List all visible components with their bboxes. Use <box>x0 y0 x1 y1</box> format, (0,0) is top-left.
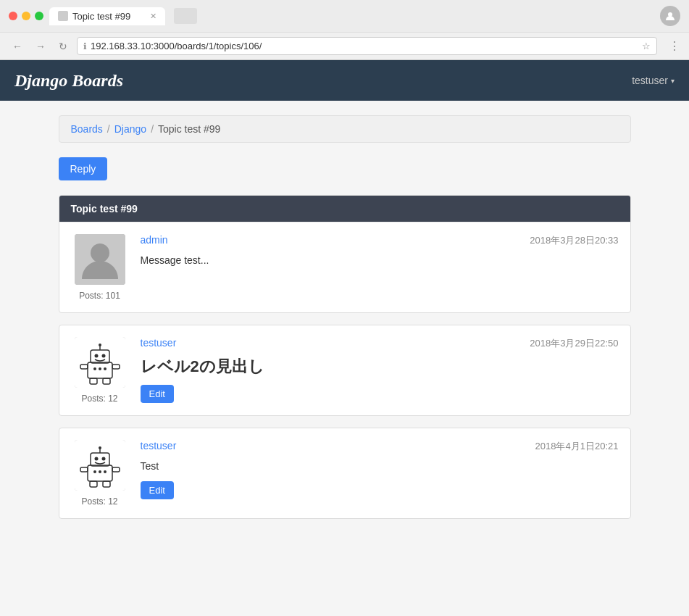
post-meta-1: testuser 2018年3月29日22:50 <box>141 337 619 350</box>
svg-point-29 <box>99 470 101 473</box>
svg-point-9 <box>99 344 101 346</box>
breadcrumb-boards[interactable]: Boards <box>71 123 103 135</box>
breadcrumb: Boards / Django / Topic test #99 <box>71 123 619 135</box>
bookmark-icon[interactable]: ☆ <box>642 41 651 51</box>
tab-close-icon[interactable]: ✕ <box>150 12 156 21</box>
avatar-image-0 <box>75 234 125 285</box>
post-count-0: Posts: 101 <box>79 291 120 301</box>
brand-logo[interactable]: Django Boards <box>14 71 123 91</box>
navbar-username: testuser <box>632 75 668 86</box>
avatar-image-2 <box>75 440 125 491</box>
post-count-2: Posts: 12 <box>81 496 117 507</box>
post-meta-0: admin 2018年3月28日20:33 <box>141 234 619 247</box>
post-body-0: admin 2018年3月28日20:33 Message test... <box>141 234 619 301</box>
app-navbar: Django Boards testuser ▾ <box>0 60 689 101</box>
post-avatar-0: Posts: 101 <box>71 234 129 301</box>
svg-point-6 <box>94 354 98 358</box>
back-button[interactable]: ← <box>9 39 26 54</box>
post-count-1: Posts: 12 <box>81 394 117 404</box>
avatar-image-1 <box>75 337 125 388</box>
breadcrumb-bar: Boards / Django / Topic test #99 <box>59 115 631 143</box>
svg-point-7 <box>101 354 105 358</box>
svg-point-23 <box>99 446 101 449</box>
info-icon: ℹ <box>83 41 87 51</box>
topic-header: Topic test #99 <box>59 196 630 222</box>
svg-point-21 <box>101 457 105 461</box>
post-date-1: 2018年3月29日22:50 <box>530 337 618 350</box>
svg-point-15 <box>99 367 101 370</box>
svg-point-20 <box>94 457 98 461</box>
post-2: Posts: 12 testuser 2018年4月1日20:21 Test E… <box>59 428 630 518</box>
post-content-1: レベル2の見出し <box>141 356 619 378</box>
post-body-1: testuser 2018年3月29日22:50 レベル2の見出し Edit <box>141 337 619 404</box>
breadcrumb-sep-1: / <box>107 123 110 135</box>
post-avatar-2: Posts: 12 <box>71 440 129 507</box>
reload-button[interactable]: ↻ <box>55 39 71 54</box>
svg-point-28 <box>93 470 96 473</box>
breadcrumb-django[interactable]: Django <box>114 123 146 135</box>
browser-titlebar: Topic test #99 ✕ <box>0 0 689 32</box>
post-body-2: testuser 2018年4月1日20:21 Test Edit <box>141 440 619 507</box>
browser-user-icon[interactable] <box>660 6 680 26</box>
post-author-2: testuser <box>141 440 177 453</box>
tab-favicon <box>58 11 68 21</box>
breadcrumb-sep-2: / <box>151 123 154 135</box>
browser-tab[interactable]: Topic test #99 ✕ <box>49 7 165 25</box>
main-content: Boards / Django / Topic test #99 Reply T… <box>48 101 642 545</box>
svg-point-2 <box>91 244 109 262</box>
post-content-2: Test <box>141 459 619 474</box>
edit-button-1[interactable]: Edit <box>141 385 174 403</box>
post-1: Posts: 12 testuser 2018年3月29日22:50 レベル2の… <box>59 325 630 415</box>
svg-point-16 <box>104 367 107 370</box>
post-avatar-1: Posts: 12 <box>71 337 129 404</box>
reply-button[interactable]: Reply <box>59 157 108 180</box>
traffic-lights <box>9 12 43 20</box>
browser-nav: ← → ↻ ℹ 192.168.33.10:3000/boards/1/topi… <box>0 32 689 59</box>
caret-icon: ▾ <box>671 77 675 85</box>
breadcrumb-current: Topic test #99 <box>158 123 220 135</box>
tab-title: Topic test #99 <box>72 11 130 22</box>
post-content-0: Message test... <box>141 253 619 268</box>
svg-point-30 <box>104 470 107 473</box>
forward-button[interactable]: → <box>32 39 49 54</box>
close-button[interactable] <box>9 12 17 20</box>
post-date-0: 2018年3月28日20:33 <box>530 234 618 247</box>
post-card-1: Posts: 12 testuser 2018年3月29日22:50 レベル2の… <box>59 325 631 416</box>
post-meta-2: testuser 2018年4月1日20:21 <box>141 440 619 453</box>
browser-menu-icon[interactable]: ⋮ <box>669 39 680 53</box>
post-author-1: testuser <box>141 337 177 350</box>
svg-point-14 <box>93 367 96 370</box>
maximize-button[interactable] <box>35 12 43 20</box>
topic-card: Topic test #99 Posts: 101 admin 2018年3月2… <box>59 195 631 313</box>
edit-button-2[interactable]: Edit <box>141 481 174 499</box>
minimize-button[interactable] <box>22 12 30 20</box>
address-text: 192.168.33.10:3000/boards/1/topics/106/ <box>91 41 638 51</box>
post-author-0: admin <box>141 234 168 247</box>
post-0: Posts: 101 admin 2018年3月28日20:33 Message… <box>59 222 630 312</box>
user-menu[interactable]: testuser ▾ <box>632 75 675 86</box>
browser-chrome: Topic test #99 ✕ ← → ↻ ℹ 192.168.33.10:3… <box>0 0 689 60</box>
address-bar[interactable]: ℹ 192.168.33.10:3000/boards/1/topics/106… <box>77 37 657 55</box>
post-card-2: Posts: 12 testuser 2018年4月1日20:21 Test E… <box>59 428 631 519</box>
new-tab-button[interactable] <box>174 8 197 24</box>
post-date-2: 2018年4月1日20:21 <box>535 440 619 453</box>
